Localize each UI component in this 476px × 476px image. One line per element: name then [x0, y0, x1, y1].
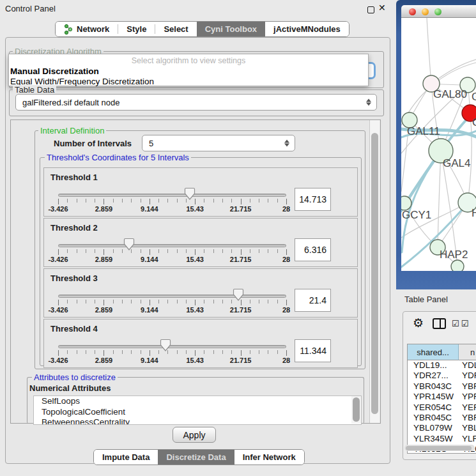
settings-vertical-scrollbar[interactable] [369, 120, 380, 423]
table-row[interactable]: YDL19...YDL1 [408, 360, 476, 371]
list-item[interactable]: BetweennessCentrality [34, 417, 361, 425]
tab-discretize-data[interactable]: Discretize Data [158, 450, 234, 464]
slider-tick-label: 21.715 [230, 357, 252, 364]
threshold-value-field[interactable]: 6.316 [295, 238, 331, 261]
slider-thumb[interactable] [160, 339, 171, 352]
node-label-clipped-h: H [472, 207, 476, 219]
table-header-row: shared... n [408, 344, 476, 360]
table-row[interactable]: YER054CYER0 [408, 403, 476, 413]
node-label-gal4: GAL4 [443, 157, 470, 169]
cell: YLR3 [457, 434, 476, 444]
slider-tick-label: 2.859 [95, 306, 113, 314]
mac-zoom-icon[interactable] [434, 8, 441, 15]
table-row[interactable]: YLR345WYLR3 [408, 434, 476, 444]
network-canvas[interactable]: GAL80 G C GAL11 GAL4 GCY1 H HAP2 [401, 18, 476, 271]
slider-tick-label: -3.426 [48, 205, 68, 213]
slider-thumb[interactable] [123, 238, 135, 251]
tab-cyni-toolbox[interactable]: Cyni Toolbox [197, 22, 265, 36]
attributes-list-scrollbar[interactable] [351, 396, 361, 424]
scrollbar-thumb[interactable] [406, 446, 472, 450]
slider-ticks [58, 249, 286, 253]
split-view-icon[interactable] [433, 318, 446, 329]
slider-ticks [58, 350, 286, 354]
column-checkboxes-icon[interactable]: ☑☑ [452, 319, 470, 328]
float-window-icon[interactable] [367, 6, 374, 13]
node-label-gal11: GAL11 [407, 125, 440, 137]
cell: YLR345W [408, 434, 457, 444]
table-row[interactable]: YBR045CYBR0 [408, 413, 476, 423]
cell: YBR043C [408, 381, 457, 392]
column-header-shared[interactable]: shared... [408, 344, 459, 360]
tab-infer-network-label: Infer Network [243, 452, 296, 462]
slider-tick-label: 15.43 [186, 306, 204, 314]
cell: YBR045C [408, 413, 457, 423]
table-row[interactable]: YBL079WYBL0 [408, 423, 476, 433]
slider-tick-label: 28 [282, 306, 290, 314]
slider-thumb[interactable] [184, 187, 196, 201]
number-of-intervals-value: 5 [149, 139, 153, 148]
node-label-clipped-c: C [472, 116, 476, 128]
number-of-intervals-label: Number of Intervals [54, 139, 132, 148]
tab-discretize-data-label: Discretize Data [166, 452, 226, 462]
slider-track[interactable] [58, 295, 286, 298]
tab-style[interactable]: Style [118, 22, 155, 36]
network-window-titlebar[interactable] [401, 5, 476, 18]
table-data-combobox[interactable]: galFiltered.sif default node [15, 94, 377, 111]
numerical-attributes-list[interactable]: SelfLoops TopologicalCoefficient Between… [33, 395, 362, 425]
cell: YBL079W [408, 423, 457, 433]
table-horizontal-scrollbar[interactable] [404, 445, 475, 451]
threshold-value-field[interactable]: 14.713 [295, 188, 331, 211]
list-item[interactable]: SelfLoops [34, 396, 361, 407]
attributes-group-title: Attributes to discretize [32, 372, 118, 382]
apply-button[interactable]: Apply [173, 427, 216, 443]
slider-track[interactable] [58, 345, 286, 348]
tab-select-label: Select [164, 24, 188, 34]
scrollbar-thumb[interactable] [353, 397, 360, 422]
number-of-intervals-combobox[interactable]: 5 [142, 135, 295, 151]
cell: YDR2 [457, 371, 476, 381]
interval-definition-group-title: Interval Definition [38, 126, 106, 135]
threshold-value-field[interactable]: 21.4 [295, 289, 331, 312]
tab-infer-network[interactable]: Infer Network [234, 450, 304, 464]
slider-ticks [58, 300, 286, 303]
slider-tick-label: 9.144 [141, 256, 158, 263]
slider-tick-label: 2.859 [95, 357, 113, 364]
table-row[interactable]: YDR27...YDR2 [408, 371, 476, 381]
slider-tick-label: 2.859 [95, 256, 113, 263]
network-icon [64, 24, 73, 35]
bottom-tabbar: Impute Data Discretize Data Infer Networ… [93, 449, 305, 465]
threshold-value-field[interactable]: 11.344 [295, 339, 331, 362]
mac-minimize-icon[interactable] [422, 8, 429, 15]
close-icon[interactable]: ✕ [378, 3, 386, 13]
threshold-row: Threshold 1 -3.426 2.859 9.144 15.43 21.… [43, 167, 358, 217]
slider-track[interactable] [58, 194, 286, 197]
tab-select[interactable]: Select [155, 22, 196, 36]
slider-track[interactable] [58, 244, 286, 247]
tab-jactivemnodules-label: jActiveMNodules [273, 24, 341, 34]
column-header-name[interactable]: n [459, 344, 476, 360]
node-gcy1[interactable] [401, 196, 411, 210]
algorithm-option-manual[interactable]: Manual Discretization [10, 66, 99, 76]
mac-close-icon[interactable] [409, 8, 416, 15]
table-data-group-title: Table Data [13, 85, 56, 95]
cell: YPR1 [457, 392, 476, 402]
tab-impute-data[interactable]: Impute Data [94, 450, 158, 464]
slider-tick-label: 28 [282, 357, 290, 364]
node-clipped-bottom[interactable] [451, 260, 464, 271]
network-graph: GAL80 G C GAL11 GAL4 GCY1 H HAP2 [401, 18, 476, 271]
table-row[interactable]: YBR043CYBR0 [408, 381, 476, 392]
slider-thumb[interactable] [233, 288, 244, 302]
tab-jactivemnodules[interactable]: jActiveMNodules [265, 22, 349, 36]
scrollbar-thumb[interactable] [371, 133, 378, 414]
list-item[interactable]: TopologicalCoefficient [34, 407, 361, 418]
table-row[interactable]: YPR145WYPR1 [408, 392, 476, 402]
table-data-combobox-value: galFiltered.sif default node [22, 98, 119, 107]
tab-network[interactable]: Network [56, 22, 118, 36]
node-label-hap2: HAP2 [440, 249, 468, 261]
screen: Control Panel ✕ Network Style Select Cyn… [0, 0, 476, 476]
gear-icon[interactable]: ⚙ [413, 316, 424, 330]
tab-impute-data-label: Impute Data [102, 452, 150, 462]
algorithm-dropdown-popup: Select algorithm to view settings Manual… [8, 54, 369, 86]
slider-tick-label: 21.715 [230, 205, 252, 213]
slider-tick-label: -3.426 [48, 256, 68, 263]
